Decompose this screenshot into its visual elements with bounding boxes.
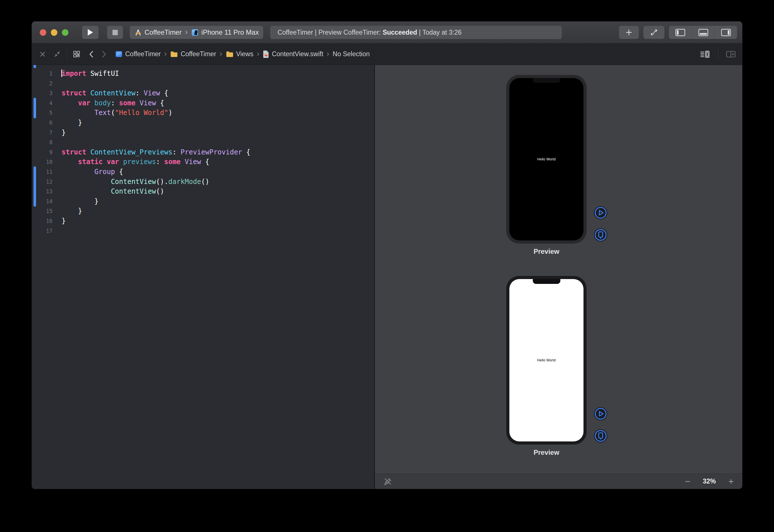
line-number[interactable]: 1 [32,69,53,79]
preview-label: Preview [506,248,587,255]
code-line[interactable]: 5 Text("Hello World") [32,108,374,118]
app-scheme-icon [134,29,142,36]
preview-group-light: Hello WorldPreview [506,276,587,456]
jumpbar-right-separator [718,50,718,59]
text-cursor [61,70,62,77]
preview-screen[interactable]: Hello World [509,279,583,441]
iphone-preview-dark[interactable]: Hello World [506,75,587,244]
toggle-inspectors-button[interactable] [714,26,737,39]
breadcrumb-item-contentview-swift[interactable]: ContentView.swift [263,50,323,58]
iphone-preview-light[interactable]: Hello World [506,276,587,445]
back-button[interactable] [88,50,94,58]
code-line[interactable]: 8 [32,137,374,147]
line-number[interactable]: 7 [32,128,53,138]
code-text: } [53,128,66,138]
zoom-out-button[interactable]: − [685,477,691,486]
add-editor-button[interactable] [726,50,736,58]
zoom-controls: − 32% + [685,477,734,486]
editor-area: 1import SwiftUI23struct ContentView: Vie… [32,65,742,489]
code-line[interactable]: 2 [32,79,374,89]
navigator-panel-icon [675,29,685,36]
code-line[interactable]: 7} [32,128,374,138]
folder-icon [226,51,234,58]
canvas-bottom-bar: − 32% + [375,474,742,489]
code-text [53,137,62,147]
code-line[interactable]: 16} [32,216,374,226]
change-marker-dot [34,65,36,68]
breadcrumb-item-coffeetimer[interactable]: CoffeeTimer [115,50,161,58]
swap-editors-button[interactable] [643,26,664,39]
breadcrumb-label: CoffeeTimer [125,50,161,58]
source-editor[interactable]: 1import SwiftUI23struct ContentView: Vie… [32,65,374,489]
code-text: ContentView().darkMode() [53,177,209,187]
scheme-project-label: CoffeeTimer [145,28,182,36]
minimize-editor-button[interactable] [53,50,61,58]
hello-world-text: Hello World [537,358,556,362]
code-line[interactable]: 14 } [32,196,374,206]
zoom-window-button[interactable] [62,29,68,36]
editor-options-button[interactable] [700,50,711,59]
live-preview-button[interactable] [594,206,607,219]
scheme-device-label: iPhone 11 Pro Max [201,28,259,36]
code-text: } [53,206,82,216]
preview-group-dark: Hello WorldPreview [506,75,587,255]
line-number[interactable]: 2 [32,79,53,89]
toggle-navigator-button[interactable] [669,26,692,39]
status-time: | Today at 3:26 [417,29,461,36]
code-line[interactable]: 3struct ContentView: View { [32,88,374,98]
pin-preview-button[interactable] [383,477,392,486]
code-line[interactable]: 13 ContentView() [32,187,374,196]
line-number[interactable]: 10 [32,157,53,167]
breadcrumb-item-coffeetimer[interactable]: CoffeeTimer [170,50,216,58]
folder-icon [170,51,178,58]
line-number[interactable]: 16 [32,216,53,226]
code-line[interactable]: 12 ContentView().darkMode() [32,177,374,187]
code-line[interactable]: 10 static var previews: some View { [32,157,374,167]
code-line[interactable]: 17 [32,226,374,236]
activity-status-bar[interactable]: CoffeeTimer | Preview CoffeeTimer: Succe… [270,26,562,39]
line-number[interactable]: 8 [32,137,53,147]
code-line[interactable]: 1import SwiftUI [32,69,374,79]
breadcrumb-label: No Selection [333,50,370,58]
stop-button[interactable] [107,26,123,39]
close-editor-button[interactable] [39,51,46,58]
code-line[interactable]: 6 } [32,118,374,128]
library-add-button[interactable] [619,26,639,39]
breadcrumb-separator: › [220,49,222,58]
code-line[interactable]: 4 var body: some View { [32,98,374,108]
preview-on-device-button[interactable] [594,228,607,242]
preview-on-device-button[interactable] [594,429,607,443]
close-window-button[interactable] [40,29,46,36]
line-number[interactable]: 15 [32,206,53,216]
status-prefix: CoffeeTimer | Preview CoffeeTimer: [277,29,382,36]
device-scheme-icon [191,29,199,36]
run-button[interactable] [82,26,99,39]
code-text: struct ContentView: View { [53,88,168,98]
scheme-chevron: › [185,27,188,36]
code-line[interactable]: 15 } [32,206,374,216]
preview-screen[interactable]: Hello World [509,78,583,240]
line-number[interactable]: 6 [32,118,53,128]
minimize-window-button[interactable] [51,29,57,36]
hello-world-text: Hello World [537,157,556,161]
line-number[interactable]: 9 [32,147,53,157]
forward-button[interactable] [101,50,107,58]
scheme-selector[interactable]: CoffeeTimer › iPhone 11 Pro Max [130,26,263,39]
code-line[interactable]: 11 Group { [32,167,374,177]
swift-file-icon [263,50,269,58]
live-preview-button[interactable] [594,407,607,420]
line-number[interactable]: 3 [32,88,53,98]
breadcrumb-item-no-selection[interactable]: No Selection [333,50,370,58]
code-text: ContentView() [53,187,164,196]
line-number[interactable]: 17 [32,226,53,236]
code-text: } [53,118,82,128]
xcode-window: CoffeeTimer › iPhone 11 Pro Max CoffeeTi… [32,21,742,489]
breadcrumb-item-views[interactable]: Views [226,50,254,58]
swap-arrows-icon [649,29,658,36]
related-items-button[interactable] [73,50,80,58]
breadcrumb-label: ContentView.swift [272,50,323,58]
code-line[interactable]: 9struct ContentView_Previews: PreviewPro… [32,147,374,157]
zoom-in-button[interactable]: + [728,477,734,486]
play-icon [87,29,93,36]
toggle-debug-area-button[interactable] [692,26,714,39]
